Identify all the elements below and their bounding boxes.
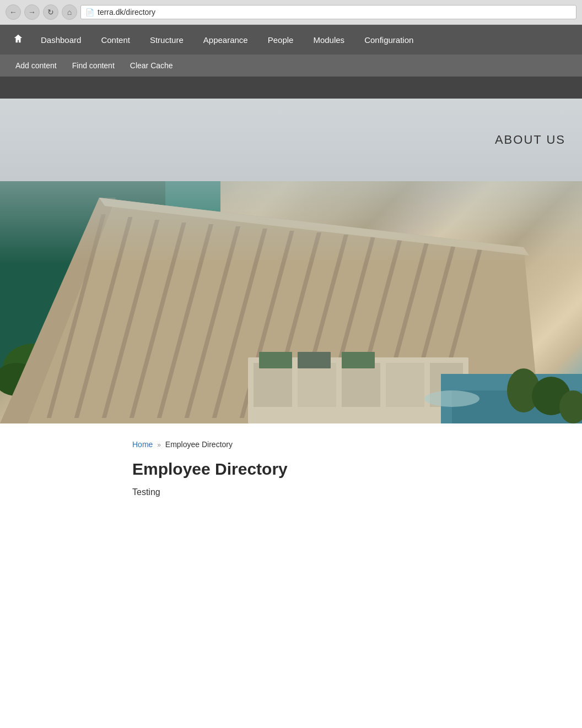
- address-bar[interactable]: 📄 terra.dk/directory: [80, 5, 576, 19]
- main-content: Employee Directory Testing: [0, 460, 582, 497]
- dam-svg: [0, 181, 582, 423]
- dark-spacer: [0, 77, 582, 99]
- home-icon: [13, 34, 23, 44]
- svg-rect-34: [342, 352, 375, 368]
- nav-item-people[interactable]: People: [258, 26, 304, 53]
- shortcut-add-content[interactable]: Add content: [8, 55, 64, 77]
- back-button[interactable]: ←: [6, 4, 21, 20]
- svg-point-37: [424, 390, 479, 407]
- svg-rect-32: [259, 352, 292, 368]
- nav-item-configuration[interactable]: Configuration: [354, 26, 423, 53]
- about-us-label: ABOUT US: [495, 133, 565, 147]
- breadcrumb-current: Employee Directory: [165, 440, 233, 449]
- nav-item-content[interactable]: Content: [91, 26, 140, 53]
- page-icon: 📄: [85, 8, 94, 17]
- nav-home-button[interactable]: [6, 25, 31, 55]
- dam-image: [0, 181, 582, 423]
- breadcrumb-separator: »: [157, 441, 161, 449]
- nav-item-structure[interactable]: Structure: [140, 26, 193, 53]
- home-button[interactable]: ⌂: [62, 4, 77, 20]
- breadcrumb: Home » Employee Directory: [0, 440, 582, 460]
- forward-button[interactable]: →: [24, 4, 40, 20]
- svg-rect-33: [298, 352, 331, 368]
- page-body-text: Testing: [132, 487, 582, 497]
- svg-rect-30: [386, 363, 424, 407]
- hero-banner: ABOUT US: [0, 99, 582, 181]
- svg-rect-29: [342, 363, 380, 407]
- svg-rect-28: [298, 363, 336, 407]
- shortcuts-bar: Add content Find content Clear Cache: [0, 55, 582, 77]
- content-area: Home » Employee Directory Employee Direc…: [0, 423, 582, 530]
- breadcrumb-home-link[interactable]: Home: [132, 440, 153, 449]
- svg-rect-42: [0, 181, 582, 264]
- url-display: terra.dk/directory: [98, 8, 155, 17]
- nav-item-appearance[interactable]: Appearance: [193, 26, 258, 53]
- nav-item-dashboard[interactable]: Dashboard: [31, 26, 91, 53]
- reload-button[interactable]: ↻: [43, 4, 58, 20]
- admin-nav: Dashboard Content Structure Appearance P…: [0, 25, 582, 55]
- page-title: Employee Directory: [132, 460, 582, 479]
- svg-rect-27: [254, 363, 292, 407]
- browser-chrome: ← → ↻ ⌂ 📄 terra.dk/directory: [0, 0, 582, 25]
- browser-toolbar: ← → ↻ ⌂ 📄 terra.dk/directory: [0, 0, 582, 24]
- shortcut-find-content[interactable]: Find content: [64, 55, 122, 77]
- shortcut-clear-cache[interactable]: Clear Cache: [122, 55, 181, 77]
- nav-item-modules[interactable]: Modules: [303, 26, 354, 53]
